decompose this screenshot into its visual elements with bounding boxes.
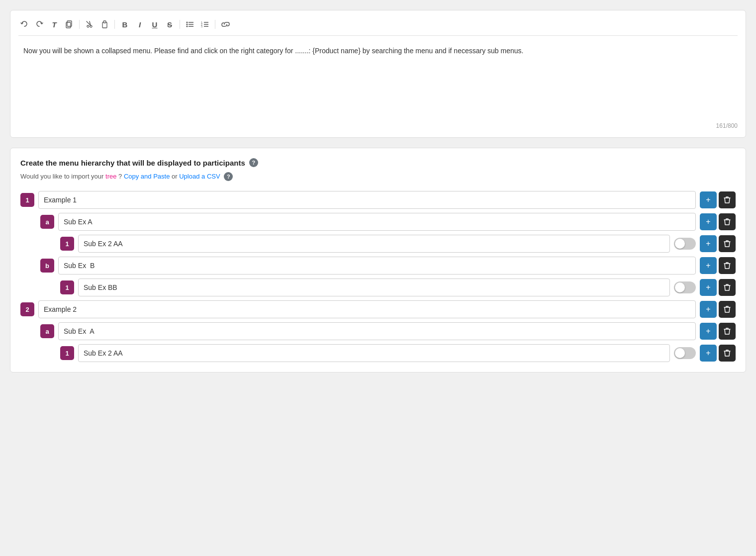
delete-button[interactable] — [719, 191, 736, 208]
import-tree-link[interactable]: tree — [105, 173, 116, 180]
tree-row: b + — [20, 257, 736, 275]
link-button[interactable] — [219, 18, 232, 30]
italic-button[interactable]: I — [134, 18, 146, 30]
toggle-track[interactable] — [674, 238, 696, 250]
toolbar-divider-4 — [215, 20, 215, 29]
section-title-text: Create the menu hierarchy that will be d… — [20, 159, 245, 167]
svg-rect-5 — [103, 21, 106, 23]
svg-rect-4 — [102, 22, 107, 28]
csv-help-icon[interactable]: ? — [224, 172, 233, 181]
tree-container: 1 + a + 1 — [20, 191, 736, 362]
badge-a2: a — [40, 324, 54, 338]
clear-format-button[interactable]: T — [48, 18, 60, 30]
undo-button[interactable] — [18, 18, 30, 30]
add-button[interactable]: + — [700, 279, 717, 296]
title-help-icon[interactable]: ? — [249, 158, 258, 167]
tree-input-example2[interactable] — [38, 300, 696, 318]
toolbar-divider-2 — [114, 20, 115, 29]
underline-button[interactable]: U — [149, 18, 161, 30]
add-button[interactable]: + — [700, 191, 717, 208]
tree-input-subexBB[interactable] — [78, 278, 670, 296]
add-button[interactable]: + — [700, 213, 717, 230]
toggle-thumb — [675, 239, 685, 249]
tree-input-subexA[interactable] — [58, 213, 696, 231]
tree-input-subex2AA[interactable] — [78, 235, 670, 253]
row-actions: + — [700, 323, 736, 340]
bold-button[interactable]: B — [119, 18, 131, 30]
delete-button[interactable] — [719, 235, 736, 252]
ordered-list-button[interactable]: 1.2.3. — [199, 18, 211, 30]
menu-hierarchy-section: Create the menu hierarchy that will be d… — [10, 148, 746, 372]
toggle-thumb — [675, 348, 685, 358]
badge-1: 1 — [20, 193, 34, 207]
badge-b: b — [40, 259, 54, 273]
upload-csv-link[interactable]: Upload a CSV — [179, 173, 220, 180]
svg-point-10 — [187, 26, 188, 27]
badge-1-bb: 1 — [60, 280, 74, 294]
tree-row: a + — [20, 322, 736, 340]
svg-point-6 — [187, 22, 188, 23]
add-button[interactable]: + — [700, 257, 717, 274]
badge-1-ex2: 1 — [60, 346, 74, 360]
tree-row: a + — [20, 213, 736, 231]
add-button[interactable]: + — [700, 301, 717, 318]
delete-button[interactable] — [719, 323, 736, 340]
tree-input-example1[interactable] — [38, 191, 696, 209]
toggle-switch[interactable] — [674, 281, 696, 293]
import-or-text: or — [172, 173, 179, 180]
toggle-switch[interactable] — [674, 347, 696, 359]
toggle-track[interactable] — [674, 281, 696, 293]
toggle-switch[interactable] — [674, 238, 696, 250]
svg-point-3 — [90, 25, 92, 27]
badge-1-sub: 1 — [60, 237, 74, 251]
import-prefix-text: Would you like to import your — [20, 173, 103, 180]
add-button[interactable]: + — [700, 235, 717, 252]
badge-2: 2 — [20, 302, 34, 316]
row-actions: + — [700, 191, 736, 208]
delete-button[interactable] — [719, 257, 736, 274]
import-middle-text: ? — [118, 173, 122, 180]
row-actions: + — [700, 213, 736, 230]
editor-section: T B I U S 1.2.3. — [10, 10, 746, 138]
toolbar-divider-1 — [79, 20, 80, 29]
tree-row: 1 + — [20, 235, 736, 253]
cut-button[interactable] — [84, 18, 95, 30]
svg-point-8 — [187, 24, 188, 25]
row-actions: + — [700, 235, 736, 252]
delete-button[interactable] — [719, 301, 736, 318]
copy-format-button[interactable] — [63, 18, 75, 30]
char-count: 161/800 — [18, 120, 738, 129]
paste-button[interactable] — [98, 18, 110, 30]
row-actions: + — [700, 279, 736, 296]
row-actions: + — [700, 301, 736, 318]
add-button[interactable]: + — [700, 323, 717, 340]
badge-a: a — [40, 215, 54, 229]
editor-toolbar: T B I U S 1.2.3. — [18, 18, 738, 36]
tree-input-subexA2[interactable] — [58, 322, 696, 340]
tree-input-subexB[interactable] — [58, 257, 696, 275]
redo-button[interactable] — [33, 18, 45, 30]
tree-input-subex2AA2[interactable] — [78, 344, 670, 362]
editor-text-area[interactable]: Now you will be shown a collapsed menu. … — [18, 41, 738, 120]
tree-row: 2 + — [20, 300, 736, 318]
tree-row: 1 + — [20, 278, 736, 296]
strikethrough-button[interactable]: S — [164, 18, 176, 30]
tree-row: 1 + — [20, 344, 736, 362]
import-line: Would you like to import your tree ? Cop… — [20, 172, 736, 181]
svg-text:3.: 3. — [201, 25, 203, 28]
bullet-list-button[interactable] — [184, 18, 196, 30]
toolbar-divider-3 — [180, 20, 180, 29]
row-actions: + — [700, 345, 736, 362]
toggle-thumb — [675, 282, 685, 292]
toggle-track[interactable] — [674, 347, 696, 359]
copy-paste-link[interactable]: Copy and Paste — [124, 173, 170, 180]
add-button[interactable]: + — [700, 345, 717, 362]
svg-point-2 — [87, 25, 89, 27]
delete-button[interactable] — [719, 345, 736, 362]
delete-button[interactable] — [719, 279, 736, 296]
section-title: Create the menu hierarchy that will be d… — [20, 158, 736, 167]
tree-row: 1 + — [20, 191, 736, 209]
row-actions: + — [700, 257, 736, 274]
delete-button[interactable] — [719, 213, 736, 230]
